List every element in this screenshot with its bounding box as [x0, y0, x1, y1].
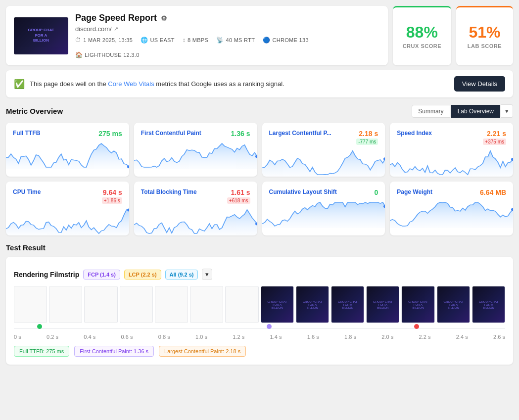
timeline-tick: 1.8 s	[344, 334, 356, 340]
metric-card-5: Total Blocking Time 1.61 s +618 ms	[134, 182, 257, 235]
timeline-axis: 0 s0.2 s0.4 s0.6 s0.8 s1.0 s1.2 s1.4 s1.…	[14, 334, 505, 340]
url-text: discord.com/	[75, 25, 112, 33]
filmstrip-frame	[190, 286, 223, 323]
metric-name: CPU Time	[13, 188, 41, 195]
svg-marker-12	[262, 202, 385, 228]
crux-score-value: 88%	[406, 24, 438, 41]
metric-value: 1.61 s	[227, 188, 250, 196]
chart-svg	[6, 206, 129, 235]
svg-point-7	[511, 158, 513, 161]
metric-card-2: Largest Contentful P... 2.18 s -777 ms	[262, 123, 385, 177]
filmstrip-frame	[14, 286, 47, 323]
meta-bandwidth: ↕ 8 MBPS	[183, 37, 208, 44]
metric-value: 2.21 s	[483, 130, 506, 138]
tab-lab-overview[interactable]: Lab Overview	[451, 105, 500, 118]
metric-value: 2.18 s	[356, 130, 378, 138]
filmstrip-frame	[225, 286, 258, 323]
metric-card-3: Speed Index 2.21 s +375 ms	[390, 123, 513, 177]
timeline-tick: 0.4 s	[84, 334, 95, 340]
filmstrip-frame	[120, 286, 153, 323]
metric-delta: +618 ms	[227, 197, 250, 204]
rtt-icon: 📡	[216, 37, 224, 44]
svg-point-5	[383, 157, 385, 160]
timeline-wrapper: 0 s0.2 s0.4 s0.6 s0.8 s1.0 s1.2 s1.4 s1.…	[14, 326, 505, 340]
all-badge[interactable]: All (9.2 s)	[165, 270, 198, 280]
timeline-markers: Full TTFB: 275 ms First Contentful Paint…	[14, 346, 505, 357]
metric-header: Full TTFB 275 ms	[13, 130, 122, 138]
metric-value-group: 0	[374, 188, 378, 196]
report-title: Page Speed Report ⚙	[75, 13, 380, 23]
external-link-icon[interactable]: ↗	[114, 26, 118, 32]
view-details-button[interactable]: View Details	[454, 76, 505, 92]
metric-card-0: Full TTFB 275 ms	[6, 123, 129, 177]
metric-overview-header: Metric Overview Summary Lab Overview ▾	[6, 104, 513, 118]
chart-svg	[262, 198, 385, 228]
timeline-tick: 2.6 s	[493, 334, 505, 340]
filmstrip-frames: GROUP CHATFOR ABILLIONGROUP CHATFOR ABIL…	[14, 286, 505, 323]
crux-score-label: CRUX SCORE	[403, 43, 441, 49]
fcp-badge[interactable]: FCP (1.4 s)	[83, 270, 120, 280]
svg-marker-4	[262, 151, 385, 177]
lab-score-card: 51% LAB SCORE	[456, 6, 513, 65]
report-info: Page Speed Report ⚙ discord.com/ ↗ ⏱ 1 M…	[75, 13, 380, 58]
timeline-tick: 1.0 s	[195, 334, 207, 340]
cwv-link[interactable]: Core Web Vitals	[108, 80, 154, 88]
svg-point-15	[511, 208, 513, 211]
filmstrip-frame: GROUP CHATFOR ABILLION	[261, 286, 294, 323]
meta-region-text: US EAST	[150, 37, 175, 43]
metric-name: Largest Contentful P...	[269, 130, 331, 137]
lcp-badge[interactable]: LCP (2.2 s)	[124, 270, 161, 280]
metric-value: 275 ms	[98, 130, 122, 138]
tab-summary[interactable]: Summary	[412, 105, 450, 118]
timeline-tick: 2.4 s	[456, 334, 468, 340]
metric-header: Cumulative Layout Shift 0	[269, 188, 378, 196]
filmstrip-frame: GROUP CHATFOR ABILLION	[331, 286, 364, 323]
lab-score-value: 51%	[469, 24, 500, 41]
metric-delta: +1.86 s	[102, 197, 122, 204]
metric-name: Page Weight	[397, 188, 432, 195]
test-result-title: Test Result	[6, 243, 513, 252]
metric-card-6: Cumulative Layout Shift 0	[262, 182, 385, 235]
metric-chart	[390, 147, 513, 177]
metric-overview-title: Metric Overview	[6, 107, 63, 115]
svg-marker-8	[6, 210, 129, 235]
metric-value: 9.64 s	[102, 188, 122, 196]
meta-lighthouse: 🏠 LIGHTHOUSE 12.3.0	[75, 51, 140, 58]
cwv-banner: ✅ This page does well on the Core Web Vi…	[6, 70, 513, 97]
metric-name: First Contentful Paint	[141, 130, 201, 137]
crux-score-card: 88% CRUX SCORE	[393, 6, 451, 65]
metric-name: Total Blocking Time	[141, 188, 197, 195]
filmstrip-dropdown[interactable]: ▾	[202, 269, 212, 280]
metric-value-group: 6.64 MB	[480, 188, 506, 196]
metric-value-group: 1.61 s +618 ms	[227, 188, 250, 204]
tab-dropdown[interactable]: ▾	[501, 104, 513, 118]
meta-browser-text: CHROME 133	[273, 37, 309, 43]
filmstrip-frame	[155, 286, 188, 323]
metric-header: Total Blocking Time 1.61 s +618 ms	[141, 188, 250, 204]
metric-value: 1.36 s	[231, 130, 250, 138]
meta-date-text: 1 MAR 2025, 13:35	[83, 37, 133, 43]
metric-chart	[6, 206, 129, 235]
metric-header: Largest Contentful P... 2.18 s -777 ms	[269, 130, 378, 145]
metric-chart	[390, 198, 513, 228]
metric-chart	[134, 140, 257, 169]
timeline-tick: 0 s	[14, 334, 21, 340]
gear-icon[interactable]: ⚙	[161, 14, 167, 22]
filmstrip-header: Rendering Filmstrip FCP (1.4 s) LCP (2.2…	[14, 269, 505, 280]
score-cards: 88% CRUX SCORE 51% LAB SCORE	[393, 6, 513, 65]
metric-card-1: First Contentful Paint 1.36 s	[134, 123, 257, 177]
check-icon: ✅	[14, 79, 25, 90]
metric-chart	[134, 206, 257, 235]
filmstrip-frame: GROUP CHATFOR ABILLION	[366, 286, 399, 323]
timeline-tick: 0.2 s	[47, 334, 58, 340]
metric-name: Full TTFB	[13, 130, 40, 137]
bandwidth-icon: ↕	[183, 37, 186, 44]
svg-marker-2	[134, 143, 257, 169]
timeline-tick: 2.2 s	[419, 334, 431, 340]
report-thumbnail: GROUP CHATFOR ABILLION	[14, 17, 68, 54]
report-card: GROUP CHATFOR ABILLION Page Speed Report…	[6, 6, 388, 65]
globe-icon: 🌐	[141, 37, 148, 44]
ttfb-marker: Full TTFB: 275 ms	[14, 346, 69, 357]
metric-header: Page Weight 6.64 MB	[397, 188, 506, 196]
metric-value-group: 275 ms	[98, 130, 122, 138]
